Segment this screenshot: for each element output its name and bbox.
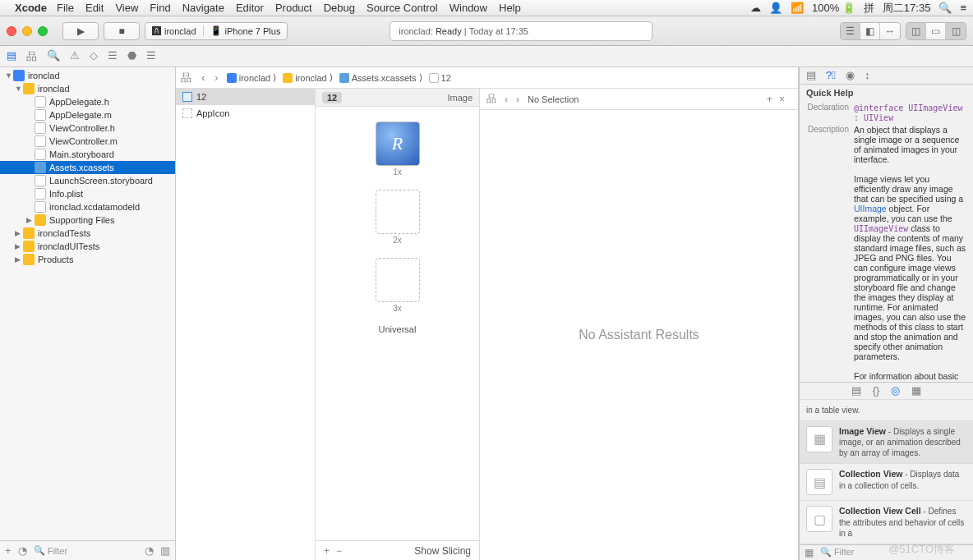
report-navigator-icon[interactable]: ☰ <box>146 49 156 64</box>
breakpoint-navigator-icon[interactable]: ⬣ <box>127 49 136 64</box>
back-button[interactable]: ‹ <box>196 71 210 84</box>
project-navigator-icon[interactable]: ▤ <box>7 49 16 64</box>
file-tree-item[interactable]: ▶ironcladUITests <box>0 240 175 253</box>
slot-label-3x: 3x <box>393 304 402 313</box>
outline-remove-button[interactable]: − <box>336 545 342 557</box>
file-tree-item[interactable]: ironclad.xcdatamodeld <box>0 200 175 213</box>
input-source[interactable]: 拼 <box>864 1 874 16</box>
file-template-lib-icon[interactable]: ▤ <box>851 384 861 397</box>
identity-inspector-icon[interactable]: ◉ <box>846 69 855 81</box>
find-navigator-icon[interactable]: 🔍 <box>47 49 60 64</box>
media-lib-icon[interactable]: ▦ <box>911 384 921 397</box>
version-editor-icon[interactable]: ↔ <box>880 23 900 39</box>
library-view-mode-icon[interactable]: ▦ <box>805 547 814 558</box>
battery-status[interactable]: 100% 🔋 <box>812 2 855 14</box>
crumb-0[interactable]: ironclad ⟩ <box>224 72 280 83</box>
image-slot-1x[interactable] <box>376 122 420 166</box>
spotlight-icon[interactable]: 🔍 <box>938 2 952 14</box>
close-window-button[interactable] <box>7 26 16 36</box>
crumb-3[interactable]: 12 <box>426 73 454 83</box>
menu-help[interactable]: Help <box>499 2 521 14</box>
code-snippet-lib-icon[interactable]: {} <box>873 384 880 397</box>
file-inspector-icon[interactable]: ▤ <box>806 69 816 81</box>
qh-uiimage-link[interactable]: UIImage <box>854 204 887 213</box>
filter-scm-icon[interactable]: ◔ <box>145 544 154 557</box>
assistant-forward-button[interactable]: › <box>516 94 519 105</box>
lib-item-image-view[interactable]: ▦ Image View - Displays a single image, … <box>800 421 973 465</box>
lib-item-partial[interactable]: in a table view. <box>800 400 973 421</box>
file-tree-item[interactable]: ViewController.h <box>0 122 175 135</box>
menu-product[interactable]: Product <box>275 2 312 14</box>
assistant-editor-icon[interactable]: ◧ <box>860 23 880 39</box>
related-items-icon[interactable]: 品 <box>176 71 196 85</box>
asset-item-appicon[interactable]: AppIcon <box>176 105 315 122</box>
crumb-2[interactable]: Assets.xcassets ⟩ <box>336 72 426 83</box>
file-tree-item[interactable]: AppDelegate.h <box>0 95 175 108</box>
assistant-close-button[interactable]: × <box>779 94 785 105</box>
scheme-selector[interactable]: 🅰ironclad 📱iPhone 7 Plus <box>145 22 288 40</box>
clock[interactable]: 周二17:35 <box>883 1 931 16</box>
file-tree-item[interactable]: ▶Products <box>0 253 175 266</box>
debug-navigator-icon[interactable]: ☰ <box>108 49 118 64</box>
toggle-utilities-icon[interactable]: ◫ <box>946 23 966 39</box>
menu-find[interactable]: Find <box>150 2 170 14</box>
file-tree-item[interactable]: ▶ironcladTests <box>0 227 175 240</box>
asset-item-12[interactable]: 12 <box>176 89 315 105</box>
quick-help-icon[interactable]: ?⃝ <box>826 69 836 81</box>
zoom-window-button[interactable] <box>38 26 48 36</box>
file-tree-item[interactable]: Info.plist <box>0 187 175 200</box>
stop-button[interactable]: ■ <box>104 22 140 40</box>
toggle-navigator-icon[interactable]: ◫ <box>906 23 926 39</box>
crumb-1[interactable]: ironclad ⟩ <box>279 72 336 83</box>
notification-center-icon[interactable]: ≡ <box>960 2 966 14</box>
add-button[interactable]: + <box>5 544 12 557</box>
symbol-navigator-icon[interactable]: 品 <box>26 49 37 64</box>
outline-add-button[interactable]: + <box>324 545 330 557</box>
minimize-window-button[interactable] <box>22 26 32 36</box>
inspector-tabs[interactable]: ▤ ?⃝ ◉ ↕ <box>800 67 973 85</box>
file-tree-item[interactable]: LaunchScreen.storyboard <box>0 174 175 187</box>
wifi-icon[interactable]: 📶 <box>791 2 804 14</box>
menu-navigate[interactable]: Navigate <box>182 2 224 14</box>
menu-source-control[interactable]: Source Control <box>367 2 438 14</box>
menu-window[interactable]: Window <box>450 2 487 14</box>
fast-user-icon[interactable]: 👤 <box>769 2 782 14</box>
standard-editor-icon[interactable]: ☰ <box>841 23 860 39</box>
lib-item-collection-view-cell[interactable]: ▢ Collection View Cell - Defines the att… <box>800 501 973 544</box>
library-tabs[interactable]: ▤ {} ◎ ▦ <box>800 382 973 399</box>
file-tree-item[interactable]: Assets.xcassets <box>0 161 175 174</box>
issue-navigator-icon[interactable]: ⚠ <box>70 49 80 64</box>
forward-button[interactable]: › <box>210 71 223 84</box>
icloud-status-icon[interactable]: ☁︎ <box>750 2 761 14</box>
navigator-filter-input[interactable]: 🔍 Filter <box>34 545 138 556</box>
menu-editor[interactable]: Editor <box>236 2 264 14</box>
show-slicing-button[interactable]: Show Slicing <box>414 545 471 557</box>
editor-mode-segmented[interactable]: ☰ ◧ ↔ <box>840 22 901 40</box>
menu-view[interactable]: View <box>115 2 138 14</box>
file-tree-item[interactable]: ViewController.m <box>0 135 175 148</box>
file-tree-item[interactable]: AppDelegate.m <box>0 108 175 122</box>
menu-file[interactable]: File <box>57 2 74 14</box>
object-lib-icon[interactable]: ◎ <box>891 384 900 397</box>
menu-edit[interactable]: Edit <box>85 2 104 14</box>
run-button[interactable]: ▶ <box>62 22 99 40</box>
image-slot-3x[interactable] <box>376 258 420 302</box>
lib-item-collection-view[interactable]: ▤ Collection View - Displays data in a c… <box>800 464 973 501</box>
test-navigator-icon[interactable]: ◇ <box>90 49 98 64</box>
image-slot-2x[interactable] <box>376 190 420 234</box>
library-filter-input[interactable]: 🔍 Filter <box>820 547 968 558</box>
toggle-debug-icon[interactable]: ▭ <box>926 23 946 39</box>
assistant-back-button[interactable]: ‹ <box>505 94 508 105</box>
assistant-add-button[interactable]: + <box>767 94 772 105</box>
file-tree-item[interactable]: ▶Supporting Files <box>0 213 175 227</box>
attributes-inspector-icon[interactable]: ↕ <box>865 69 870 81</box>
menu-debug[interactable]: Debug <box>324 2 355 14</box>
assistant-related-icon[interactable]: 品 <box>486 92 496 106</box>
filter-recent-icon[interactable]: ◔ <box>18 544 27 557</box>
pane-toggle-segmented[interactable]: ◫ ▭ ◫ <box>906 22 966 40</box>
app-menu[interactable]: Xcode <box>15 2 47 14</box>
file-tree-item[interactable]: Main.storyboard <box>0 148 175 161</box>
file-tree-item[interactable]: ▼ironclad <box>0 82 175 95</box>
file-tree-item[interactable]: ▼ironclad <box>0 69 175 82</box>
filter-scope-icon[interactable]: ▥ <box>160 544 170 557</box>
